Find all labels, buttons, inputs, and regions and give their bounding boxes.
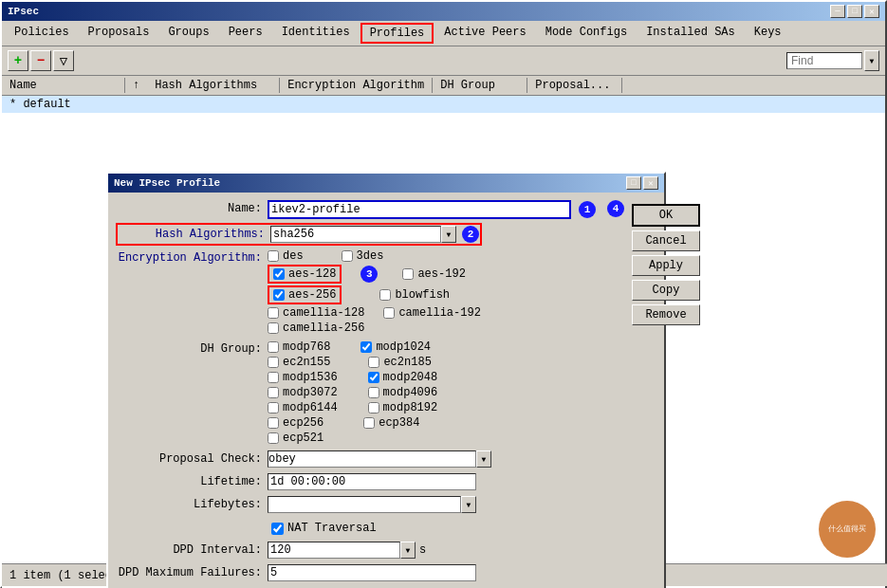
hash-row: Hash Algorithms: ▼ 2: [116, 223, 482, 246]
cb-aes192-input[interactable]: [402, 268, 414, 280]
filter-button[interactable]: ▽: [53, 50, 74, 71]
cb-blowfish: blowfish: [379, 288, 450, 302]
dh-modp8192-label: modp8192: [383, 401, 438, 414]
table-row[interactable]: * default: [2, 96, 885, 113]
lifebytes-input-row: ▼: [268, 496, 476, 513]
dialog-title-text: New IPsec Profile: [114, 177, 220, 189]
menu-groups[interactable]: Groups: [159, 23, 217, 44]
find-input[interactable]: [786, 52, 862, 69]
dh-modp4096: modp4096: [368, 386, 438, 399]
cb-camellia128-label: camellia-128: [283, 306, 364, 320]
dh-modp8192: modp8192: [368, 401, 438, 414]
maximize-button[interactable]: □: [847, 5, 862, 18]
status-text: 1 item (1 selec: [9, 569, 112, 582]
dh-modp8192-input[interactable]: [368, 402, 379, 413]
dh-modp768-input[interactable]: [268, 341, 279, 353]
menu-proposals[interactable]: Proposals: [80, 23, 158, 44]
dialog-maximize-button[interactable]: □: [626, 176, 641, 190]
cb-aes128-label: aes-128: [288, 267, 336, 281]
lifebytes-dropdown-btn[interactable]: ▼: [461, 496, 476, 513]
dialog-form: Name: 1 4 Hash Algorithms:: [116, 200, 624, 587]
dh-ecp521-label: ecp521: [283, 432, 323, 445]
dpd-max-row: DPD Maximum Failures:: [116, 564, 624, 583]
dh-group-row: DH Group: modp768 modp1024: [116, 340, 624, 447]
close-button[interactable]: ✕: [864, 5, 879, 18]
col-sort[interactable]: ↑: [125, 78, 147, 93]
cb-camellia128-input[interactable]: [268, 307, 279, 319]
cb-3des: 3des: [342, 249, 384, 263]
toolbar: + − ▽ ▼: [2, 46, 885, 76]
remove-button[interactable]: −: [30, 50, 51, 71]
cb-des-label: des: [283, 249, 304, 263]
menu-profiles[interactable]: Profiles: [360, 23, 434, 44]
cb-aes128-input[interactable]: [273, 268, 285, 280]
menu-peers[interactable]: Peers: [220, 23, 271, 44]
dh-ec2n185-label: ec2n185: [383, 356, 431, 369]
minimize-button[interactable]: ─: [830, 5, 845, 18]
dh-ecp256-input[interactable]: [268, 417, 279, 429]
copy-button[interactable]: Copy: [632, 280, 700, 301]
dh-ec2n155-input[interactable]: [268, 357, 279, 368]
dh-modp1536-input[interactable]: [268, 372, 279, 383]
hash-input[interactable]: [270, 226, 441, 243]
row-enc: [285, 97, 436, 112]
add-button[interactable]: +: [8, 50, 28, 71]
cb-camellia256-input[interactable]: [268, 322, 279, 334]
dh-modp1024: modp1024: [360, 340, 431, 354]
dh-modp2048-input[interactable]: [368, 372, 379, 383]
lifebytes-row: Lifebytes: ▼: [116, 496, 624, 515]
dh-ecp521-input[interactable]: [268, 432, 279, 444]
cb-blowfish-input[interactable]: [379, 289, 391, 301]
dh-ecp256: ecp256: [268, 416, 323, 430]
dh-ec2n185-input[interactable]: [368, 357, 379, 368]
dpd-max-input[interactable]: [268, 564, 476, 581]
col-hash: Hash Algorithms: [147, 78, 280, 93]
cb-des-input[interactable]: [268, 250, 279, 262]
cb-camellia256: camellia-256: [268, 322, 364, 335]
dpd-max-label: DPD Maximum Failures:: [116, 564, 268, 579]
dpd-interval-dropdown[interactable]: ▼: [400, 542, 416, 559]
watermark: 什么值得买: [819, 501, 876, 558]
menu-installed-sas[interactable]: Installed SAs: [638, 23, 744, 44]
dh-modp3072-input[interactable]: [268, 387, 279, 398]
menu-keys[interactable]: Keys: [746, 23, 790, 44]
dpd-interval-input[interactable]: [268, 542, 400, 559]
nat-row: NAT Traversal: [271, 519, 624, 538]
proposal-check-input[interactable]: [268, 450, 476, 468]
name-input[interactable]: [268, 200, 571, 219]
cb-3des-input[interactable]: [342, 250, 353, 262]
dh-modp6144-input[interactable]: [268, 402, 279, 413]
dialog-close-button[interactable]: ✕: [643, 176, 658, 190]
menu-identities[interactable]: Identities: [273, 23, 359, 44]
cb-aes256-input[interactable]: [273, 289, 285, 301]
proposal-check-row: Proposal Check: ▼: [116, 450, 624, 469]
dh-modp768-label: modp768: [283, 340, 330, 354]
lifebytes-input[interactable]: [268, 496, 461, 513]
col-proposal: Proposal...: [527, 78, 622, 93]
app-title: IPsec: [8, 6, 39, 17]
dpd-interval-unit: s: [419, 543, 426, 557]
ok-button[interactable]: OK: [632, 204, 700, 227]
cancel-button[interactable]: Cancel: [632, 230, 700, 251]
enc-row: Encryption Algorithm: des: [116, 249, 624, 337]
name-input-wrapper: 1: [268, 200, 596, 219]
menu-active-peers[interactable]: Active Peers: [435, 23, 534, 44]
lifetime-input[interactable]: [268, 473, 476, 490]
dh-ecp384-input[interactable]: [363, 417, 375, 429]
cb-aes128: aes-128: [268, 265, 342, 284]
nat-traversal-checkbox[interactable]: [271, 523, 284, 535]
hash-dropdown-button[interactable]: ▼: [441, 226, 456, 243]
menu-policies[interactable]: Policies: [6, 23, 78, 44]
dh-modp2048-label: modp2048: [383, 371, 438, 384]
remove-button[interactable]: Remove: [632, 304, 700, 325]
dialog-buttons: OK Cancel Apply Copy Remove: [624, 200, 700, 587]
apply-button[interactable]: Apply: [632, 255, 700, 276]
dh-modp1024-input[interactable]: [360, 341, 372, 353]
name-row: Name: 1 4: [116, 200, 624, 219]
dh-modp4096-input[interactable]: [368, 387, 379, 398]
cb-camellia192-input[interactable]: [383, 307, 395, 319]
find-dropdown[interactable]: ▼: [864, 50, 879, 71]
menu-mode-configs[interactable]: Mode Configs: [537, 23, 636, 44]
proposal-dropdown-btn[interactable]: ▼: [476, 450, 491, 468]
dpd-interval-row: DPD Interval: ▼ s: [116, 542, 624, 560]
